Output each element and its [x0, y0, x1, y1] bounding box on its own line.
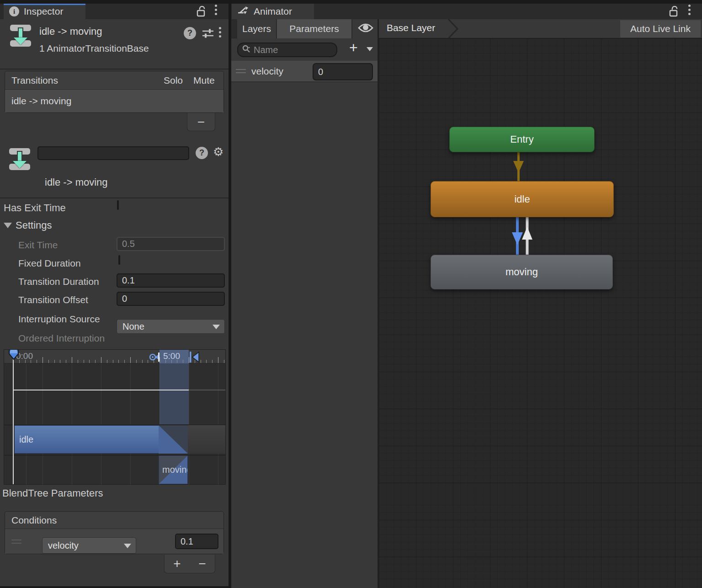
transition-name-field[interactable] [37, 146, 189, 160]
tab-animator[interactable]: Animator [232, 4, 314, 19]
transition-title: idle -> moving [45, 176, 108, 188]
fixed-duration-checkbox[interactable] [118, 255, 120, 265]
add-parameter-caret[interactable] [367, 47, 373, 51]
search-input[interactable] [254, 45, 322, 55]
transition-duration-field[interactable] [117, 273, 225, 288]
transition-help-icon[interactable]: ? [196, 147, 208, 159]
moving-clip-label: moving [162, 465, 188, 475]
parameters-search-row: + [231, 39, 378, 60]
help-icon[interactable]: ? [184, 27, 196, 39]
conditions-title: Conditions [11, 515, 57, 526]
presets-icon[interactable] [202, 28, 214, 41]
interruption-source-value: None [122, 321, 144, 332]
transition-offset-field[interactable] [117, 292, 225, 306]
animator-menu-icon[interactable] [688, 5, 691, 15]
condition-parameter-value: velocity [48, 540, 79, 551]
tab-parameters[interactable]: Parameters [277, 19, 351, 38]
inspector-tab-label: Inspector [24, 6, 63, 17]
interruption-source-label: Interruption Source [18, 314, 113, 325]
entry-node-label: Entry [510, 134, 533, 145]
playhead-marker[interactable] [8, 350, 20, 365]
idle-clip-fadeout [159, 425, 188, 454]
has-exit-time-label: Has Exit Time [4, 202, 113, 214]
animator-graph-panel: Base Layer Auto Live Link Entry idle mov… [379, 19, 702, 588]
search-field[interactable] [237, 43, 337, 57]
inspector-asset-subtitle: 1 AnimatorTransitionBase [39, 43, 149, 54]
info-icon: i [9, 6, 19, 16]
blend-curve-line-dim [189, 390, 225, 390]
idle-to-moving-arrow-selected[interactable] [512, 217, 523, 255]
condition-row[interactable]: velocity Greater [5, 529, 223, 554]
ordered-interruption-label: Ordered Interruption [18, 333, 113, 344]
mute-column-label: Mute [193, 75, 215, 86]
conditions-box: Conditions velocity Greater + − [5, 511, 224, 554]
transition-item-label: idle -> moving [11, 96, 71, 107]
remove-condition-button[interactable]: − [198, 557, 206, 570]
exit-time-label: Exit Time [18, 240, 113, 251]
node-entry[interactable]: Entry [449, 127, 595, 152]
transition-arrows [379, 19, 702, 588]
timeline-ruler[interactable]: 0:00 5:00 [4, 350, 225, 363]
animator-tab-label: Animator [254, 6, 292, 17]
transition-end-marker[interactable] [189, 351, 200, 365]
divider [0, 69, 229, 69]
moving-to-idle-arrow[interactable] [522, 217, 532, 255]
tab-inspector[interactable]: i Inspector [4, 4, 85, 19]
idle-clip-tail [188, 425, 225, 454]
inspector-menu-icon[interactable] [215, 5, 217, 15]
parameter-drag-handle[interactable] [236, 69, 246, 73]
moving-node-label: moving [505, 266, 538, 278]
parameter-value-field[interactable] [313, 63, 373, 80]
search-icon [242, 44, 251, 55]
node-moving[interactable]: moving [431, 255, 613, 289]
component-menu-icon[interactable] [219, 27, 221, 37]
transition-start-marker[interactable] [149, 352, 161, 364]
parameter-row-velocity[interactable]: velocity [231, 60, 378, 82]
chevron-down-icon [124, 544, 131, 548]
transition-offset-label: Transition Offset [18, 294, 113, 305]
transition-list-item[interactable]: idle -> moving [5, 90, 223, 112]
transition-component-icon [9, 148, 30, 170]
inspector-lock-icon[interactable] [196, 6, 207, 17]
idle-node-label: idle [514, 193, 530, 205]
transition-remove-footer: − [187, 113, 215, 131]
transitions-box: Transitions Solo Mute idle -> moving − [5, 71, 224, 113]
exit-time-field[interactable] [117, 237, 225, 251]
condition-parameter-dropdown[interactable]: velocity [42, 537, 136, 554]
timeline-curve-area[interactable] [4, 363, 225, 424]
interruption-source-dropdown[interactable]: None [117, 319, 225, 334]
conditions-footer: + − [164, 555, 215, 573]
add-parameter-button[interactable]: + [349, 40, 358, 55]
blendtree-parameters-label: BlendTree Parameters [2, 487, 103, 499]
inspector-asset-title: idle -> moving [39, 26, 102, 37]
solo-column-label: Solo [164, 75, 183, 86]
idle-clip-bar[interactable]: idle [14, 425, 159, 454]
remove-transition-button[interactable]: − [197, 116, 205, 128]
inspector-panel: idle -> moving 1 AnimatorTransitionBase … [0, 19, 229, 588]
gear-icon[interactable]: ⚙ [213, 146, 223, 158]
settings-foldout-icon[interactable] [4, 223, 12, 228]
conditions-header: Conditions [5, 512, 223, 529]
eye-toggle[interactable] [352, 19, 378, 38]
blend-curve-line [13, 390, 189, 390]
condition-drag-handle[interactable] [11, 540, 21, 544]
ruler-transition-label: 5:00 [163, 351, 180, 361]
animator-lock-icon[interactable] [668, 6, 679, 17]
moving-clip-bar[interactable]: moving [159, 455, 188, 484]
animator-side-panel: Layers Parameters + velocity [231, 19, 378, 588]
animator-icon [237, 5, 249, 18]
layers-tab-label: Layers [242, 23, 271, 34]
idle-clip-label: idle [19, 434, 33, 445]
node-idle[interactable]: idle [431, 181, 614, 217]
transitions-title: Transitions [11, 75, 58, 86]
add-condition-button[interactable]: + [173, 557, 181, 570]
transition-timeline[interactable]: idle moving 0:00 5:00 [4, 349, 226, 485]
idle-track-row: idle [4, 425, 225, 454]
settings-foldout-label[interactable]: Settings [16, 219, 52, 231]
has-exit-time-checkbox[interactable] [117, 200, 119, 210]
entry-to-idle-arrow[interactable] [513, 152, 524, 181]
moving-track-row: moving [4, 455, 225, 485]
fixed-duration-label: Fixed Duration [18, 258, 113, 269]
condition-threshold-field[interactable] [175, 534, 218, 549]
tab-layers[interactable]: Layers [237, 19, 276, 38]
